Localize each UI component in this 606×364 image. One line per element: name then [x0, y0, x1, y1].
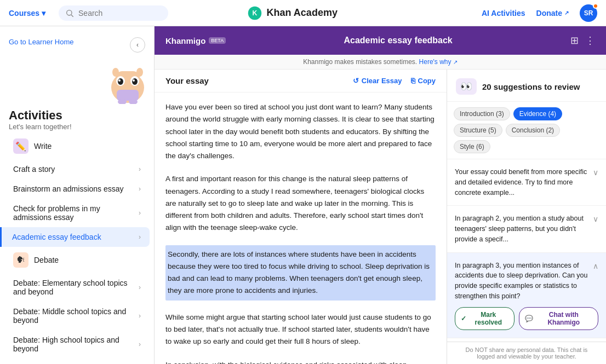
svg-text:K: K: [252, 9, 257, 17]
check-icon: ✓: [461, 315, 466, 322]
sidebar-mascot: [0, 55, 154, 104]
donate-link[interactable]: Donate ↗: [536, 9, 569, 18]
brainstorm-chevron-icon: ›: [139, 185, 141, 193]
essay-paragraph-2: A first and important reason for this ch…: [165, 173, 436, 234]
ai-activities-link[interactable]: AI Activities: [482, 9, 525, 18]
svg-point-0: [67, 10, 72, 15]
sidebar-item-academic-feedback[interactable]: Academic essay feedback ›: [0, 227, 150, 247]
nav-right: AI Activities Donate ↗ SR: [482, 4, 597, 22]
logo-icon: K: [247, 5, 262, 21]
external-link-small-icon: ↗: [453, 59, 458, 65]
debate-icon: 🗣: [13, 252, 28, 268]
sidebar-learner-home: Go to Learner Home ‹: [0, 33, 154, 55]
khanmigo-header: Khanmigo BETA Academic essay feedback ⊞ …: [155, 26, 606, 55]
notification-dot: [593, 3, 598, 9]
search-icon: [65, 9, 74, 18]
filter-introduction[interactable]: Introduction (3): [454, 107, 510, 120]
search-bar[interactable]: [59, 5, 168, 21]
suggestion-item-3[interactable]: In paragraph 3, you mention instances of…: [447, 253, 606, 338]
essay-actions: ↺ Clear Essay ⎘ Copy: [353, 77, 436, 85]
copy-icon: ⎘: [411, 77, 415, 85]
sidebar-item-debate-elem[interactable]: Debate: Elementary school topics and bey…: [4, 273, 150, 302]
user-avatar[interactable]: SR: [580, 4, 597, 22]
debate-high-chevron-icon: ›: [139, 340, 141, 348]
suggestions-mascot-badge: 👀: [456, 78, 477, 95]
sidebar-item-debate[interactable]: 🗣 Debate: [4, 247, 150, 273]
sidebar: Go to Learner Home ‹: [0, 26, 155, 364]
khanmigo-actions: ⊞ ⋮: [570, 34, 595, 47]
essay-content[interactable]: Have you ever been so tired at school yo…: [155, 93, 447, 364]
essay-panel: Your essay ↺ Clear Essay ⎘ Copy Have you…: [155, 70, 447, 364]
khanmigo-title: Academic essay feedback: [344, 36, 452, 45]
debate-elem-chevron-icon: ›: [139, 284, 141, 291]
write-icon: ✏️: [13, 138, 28, 154]
filter-structure[interactable]: Structure (5): [454, 124, 502, 137]
suggestions-panel: 👀 20 suggestions to review Introduction …: [447, 70, 606, 364]
essay-paragraph-5: In conclusion, with the biological evide…: [165, 359, 436, 364]
mascot-illustration: [106, 55, 150, 104]
external-link-icon: ↗: [564, 10, 569, 16]
bottom-bar: Do NOT share any personal data. This cha…: [447, 342, 606, 364]
essay-paragraph-1: Have you ever been so tired at school yo…: [165, 101, 436, 162]
svg-point-12: [112, 68, 119, 77]
filter-conclusion[interactable]: Conclusion (2): [506, 124, 560, 137]
suggestion-item-2[interactable]: In paragraph 2, you mention a study abou…: [447, 206, 606, 252]
svg-line-1: [71, 15, 73, 17]
copy-essay-button[interactable]: ⎘ Copy: [411, 77, 436, 85]
two-column-layout: Your essay ↺ Clear Essay ⎘ Copy Have you…: [155, 70, 606, 364]
disclaimer-bar: Khanmigo makes mistakes sometimes. Here'…: [155, 55, 606, 70]
activities-section-title: Activities Let's learn together!: [0, 104, 154, 133]
khanmigo-brand: Khanmigo BETA: [165, 36, 226, 45]
content-area: Khanmigo BETA Academic essay feedback ⊞ …: [155, 26, 606, 364]
svg-point-10: [118, 79, 121, 82]
sidebar-item-brainstorm[interactable]: Brainstorm an admissions essay ›: [4, 179, 150, 199]
svg-point-11: [133, 79, 135, 82]
sidebar-item-write[interactable]: ✏️ Write: [4, 133, 150, 159]
sidebar-item-check-problems[interactable]: Check for problems in my admissions essa…: [4, 199, 150, 227]
courses-chevron-icon: ▾: [42, 9, 45, 18]
mark-resolved-button[interactable]: ✓ Mark resolved: [455, 307, 514, 330]
filter-style[interactable]: Style (6): [454, 140, 490, 153]
suggestions-mascot-icon: 👀: [460, 80, 472, 93]
filter-evidence[interactable]: Evidence (4): [513, 107, 562, 120]
clear-icon: ↺: [353, 77, 359, 85]
suggestions-header: 👀 20 suggestions to review: [447, 70, 606, 102]
essay-paragraph-4: While some might argue that starting sch…: [165, 311, 436, 348]
svg-rect-14: [117, 90, 139, 101]
suggestion-2-chevron-icon: ∨: [593, 215, 598, 223]
chat-khanmigo-button[interactable]: 💬 Chat with Khanmigo: [519, 307, 598, 330]
academic-feedback-chevron-icon: ›: [139, 233, 141, 241]
sidebar-collapse-button[interactable]: ‹: [130, 37, 145, 53]
site-logo: K Khan Academy: [247, 5, 338, 21]
check-problems-chevron-icon: ›: [139, 209, 141, 217]
suggestion-1-chevron-icon: ∨: [593, 168, 598, 177]
suggestions-title: 20 suggestions to review: [482, 82, 580, 91]
svg-point-13: [136, 68, 143, 77]
essay-paragraph-3: Secondly, there are lots of instances wh…: [165, 245, 436, 301]
essay-label: Your essay: [165, 76, 209, 85]
courses-menu[interactable]: Courses ▾: [9, 9, 45, 18]
sidebar-item-debate-middle[interactable]: Debate: Middle school topics and beyond …: [4, 302, 150, 330]
learner-home-link[interactable]: Go to Learner Home: [9, 38, 74, 46]
suggestion-3-actions: ✓ Mark resolved 💬 Chat with Khanmigo: [455, 307, 598, 330]
debate-middle-chevron-icon: ›: [139, 312, 141, 320]
search-input[interactable]: [78, 9, 155, 18]
essay-toolbar: Your essay ↺ Clear Essay ⎘ Copy: [155, 70, 447, 93]
clear-essay-button[interactable]: ↺ Clear Essay: [353, 77, 402, 85]
filter-tags: Introduction (3) Evidence (4) Structure …: [447, 102, 606, 159]
svg-point-9: [132, 78, 138, 85]
svg-point-8: [118, 78, 123, 85]
sidebar-item-craft-story[interactable]: Craft a story ›: [4, 159, 150, 179]
suggestion-item-1[interactable]: Your essay could benefit from more speci…: [447, 159, 606, 206]
sidebar-item-debate-high[interactable]: Debate: High school topics and beyond ›: [4, 330, 150, 359]
suggestions-list: Your essay could benefit from more speci…: [447, 159, 606, 342]
more-options-button[interactable]: ⋮: [585, 34, 595, 47]
top-navigation: Courses ▾ K Khan Academy AI Activities D…: [0, 0, 606, 26]
craft-story-chevron-icon: ›: [139, 165, 141, 173]
suggestion-3-chevron-icon: ∧: [593, 262, 598, 270]
grid-view-button[interactable]: ⊞: [570, 34, 579, 47]
chat-icon: 💬: [525, 315, 533, 322]
disclaimer-link[interactable]: Here's why ↗: [419, 58, 458, 66]
